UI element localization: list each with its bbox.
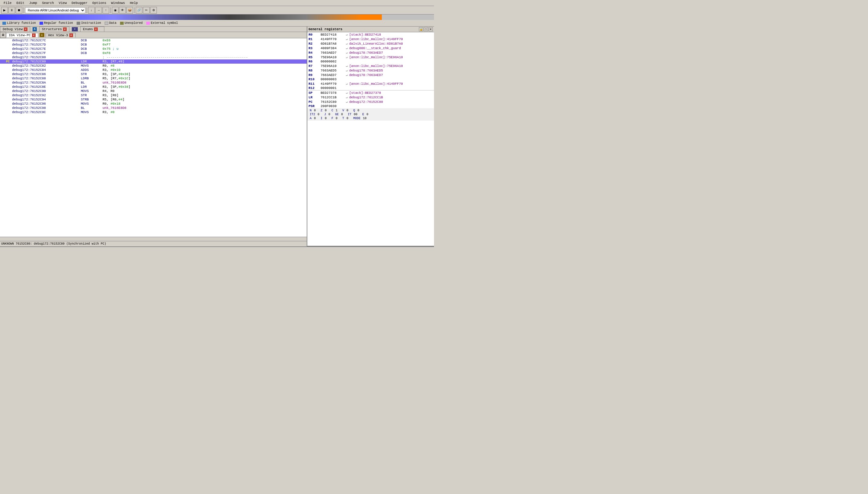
tab-ida-view-label: IDA View-PC bbox=[9, 34, 31, 37]
reg-row-r7[interactable]: R7 75E96A10 ↵ [anon:libc_malloc]:75E96A1… bbox=[307, 64, 434, 68]
ida-status-bar: UNKNOWN 76152C80: debug172:76152C80 (Syn… bbox=[0, 241, 307, 246]
legend-regular-color bbox=[39, 22, 43, 25]
flags-area: N0 Z0 C1 V0 Q0 IT20 J0 GE0 IT00 E0 A0 I0… bbox=[307, 108, 434, 121]
menu-view[interactable]: View bbox=[56, 1, 69, 5]
menu-options[interactable]: Options bbox=[90, 1, 109, 5]
ida-row-2[interactable]: debug172:76152C7E DCB 0x75 ; u bbox=[0, 47, 307, 51]
legend-library: Library function bbox=[2, 21, 36, 25]
step-out-btn[interactable]: ↑ bbox=[102, 7, 109, 14]
tab-hex-view3-label: Hex View-3 bbox=[48, 34, 68, 37]
main-area: Debug View ✕ A Structures ✕ ≡ Enums ✕ 🖥 … bbox=[0, 26, 434, 246]
debug-selector[interactable]: Remote ARM Linux/Android debugger bbox=[25, 7, 85, 13]
tab-debug-view[interactable]: Debug View ✕ bbox=[0, 26, 30, 32]
reg-row-sp[interactable]: SP BED27378 ↵ [stack]:BED27378 bbox=[307, 91, 434, 95]
step-into-btn[interactable]: ↓ bbox=[88, 7, 95, 14]
reg-row-r10[interactable]: R10 00000003 bbox=[307, 77, 434, 81]
legend-regular-label: Regular function bbox=[44, 21, 73, 25]
left-panel: Debug View ✕ A Structures ✕ ≡ Enums ✕ 🖥 … bbox=[0, 26, 307, 246]
ida-row-8[interactable]: debug172:76152C88 LDRB R5, [R7,#0x1C] bbox=[0, 76, 307, 80]
bottom-area: H Hex View-1 🔒 □ ✕ 7699C5D0 54 20 74 4E … bbox=[0, 246, 434, 247]
reg-row-r5[interactable]: R5 75E96A10 ↵ [anon:libc_malloc]:75E96A1… bbox=[307, 55, 434, 59]
reg-row-r9[interactable]: R9 7663AED7 ↵ debug178:7663AED7 bbox=[307, 73, 434, 77]
legend-external-label: External symbol bbox=[151, 21, 178, 25]
progress-bar-area bbox=[0, 15, 434, 20]
ida-row-current[interactable]: PC debug172:76152C80 LDR R3, [R7,#8] bbox=[0, 59, 307, 64]
modules-btn[interactable]: 📦 bbox=[127, 7, 133, 14]
reg-row-r12[interactable]: R12 00000001 bbox=[307, 86, 434, 90]
toolbar-sep2 bbox=[86, 7, 87, 13]
reg-row-r4[interactable]: R4 7663AED7 ↵ debug178:7663AED7 bbox=[307, 50, 434, 55]
ida-row-6[interactable]: debug172:76152C84 ADDS R3, #0x10 bbox=[0, 68, 307, 72]
ida-scrollbar-h[interactable] bbox=[0, 237, 307, 241]
menu-help[interactable]: Help bbox=[127, 1, 140, 5]
ida-row-13[interactable]: debug172:76152C94 STRB R5, [R0,#4] bbox=[0, 97, 307, 102]
tab-hex-view3-close[interactable]: ✕ bbox=[70, 34, 73, 37]
ida-row-11[interactable]: debug172:76152C90 MOVS R4, R0 bbox=[0, 89, 307, 93]
reg-row-psr[interactable]: PSR 200F0030 bbox=[307, 104, 434, 108]
progress-bar-right bbox=[382, 15, 434, 20]
menu-file[interactable]: File bbox=[1, 1, 14, 5]
tab-ida-view[interactable]: IDA View-PC ✕ bbox=[6, 33, 38, 37]
ida-row-5[interactable]: debug172:76152C82 MOVS R0, #8 bbox=[0, 64, 307, 68]
reg-row-r8[interactable]: R8 7663AED5 ↵ debug178:7663AED5 bbox=[307, 68, 434, 73]
legend-instruction-label: Instruction bbox=[81, 21, 101, 25]
ida-row-3[interactable]: debug172:76152C7F DCB 0xF8 bbox=[0, 51, 307, 55]
legend-unexplored-label: Unexplored bbox=[124, 21, 143, 25]
reg-row-r6[interactable]: R6 00000002 bbox=[307, 59, 434, 64]
menu-search[interactable]: Search bbox=[39, 1, 56, 5]
tab-structures[interactable]: Structures ✕ bbox=[39, 26, 70, 32]
tab-ida-view-close[interactable]: ✕ bbox=[32, 34, 36, 37]
ida-view-icon[interactable]: 🖥 bbox=[0, 32, 6, 38]
breakpoint-btn[interactable]: ◉ bbox=[112, 7, 118, 14]
tab-hex-view3[interactable]: Hex View-3 ✕ bbox=[45, 33, 76, 37]
tab-debug-view-close[interactable]: ✕ bbox=[24, 27, 27, 31]
tab-enums[interactable]: Enums ✕ bbox=[80, 26, 104, 32]
detach-btn[interactable]: ✂ bbox=[143, 7, 150, 14]
legend-data-label: Data bbox=[109, 21, 116, 25]
ida-row-12[interactable]: debug172:76152C92 STR R3, [R0] bbox=[0, 93, 307, 97]
menu-windows[interactable]: Windows bbox=[109, 1, 127, 5]
legend-library-label: Library function bbox=[7, 21, 36, 25]
watch-btn[interactable]: 👁 bbox=[119, 7, 126, 14]
reg-row-r2[interactable]: R2 6D81B7A8 ↵ dalvik_LinearAlloc:6D81B7A… bbox=[307, 41, 434, 46]
threads-btn[interactable]: ⚙ bbox=[150, 7, 157, 14]
reg-panel-close[interactable]: ✕ bbox=[428, 27, 433, 31]
reg-row-lr[interactable]: LR 7612CC1B ↵ debug172:7612CC1B bbox=[307, 95, 434, 99]
reg-row-r0[interactable]: R0 BED27418 ↵ [stack]:BED27418 bbox=[307, 32, 434, 37]
ida-row-16[interactable]: debug172:76152C9C MOVS R3, #0 bbox=[0, 110, 307, 114]
reg-panel-lock[interactable]: 🔒 bbox=[419, 27, 423, 31]
legend-regular: Regular function bbox=[39, 21, 73, 25]
hex-view3-icon-container: H bbox=[38, 33, 45, 37]
ida-status-text: UNKNOWN 76152C80: debug172:76152C80 (Syn… bbox=[1, 242, 106, 246]
legend-instruction-color bbox=[77, 22, 80, 25]
ida-row-14[interactable]: debug172:76152C96 MOVS R0, #0x18 bbox=[0, 102, 307, 106]
stop-btn[interactable]: ⏹ bbox=[16, 7, 22, 14]
ida-row-7[interactable]: debug172:76152C86 STR R3, [SP,#0x38] bbox=[0, 72, 307, 76]
pause-btn[interactable]: ⏸ bbox=[8, 7, 15, 14]
tab-enums-label: Enums bbox=[83, 27, 93, 31]
legend-instruction: Instruction bbox=[77, 21, 101, 25]
reg-panel-restore[interactable]: □ bbox=[424, 27, 428, 31]
ida-row-1[interactable]: debug172:76152C7D DCB 0xF7 bbox=[0, 42, 307, 47]
menu-debugger[interactable]: Debugger bbox=[69, 1, 90, 5]
ida-row-9[interactable]: debug172:76152C8A BL unk_7616E8D8 bbox=[0, 80, 307, 85]
ida-row-sep: debug172:76152C80 ; --------------------… bbox=[0, 55, 307, 59]
reg-row-r3[interactable]: R3 4009F384 ↵ debug086:__stack_chk_guard bbox=[307, 46, 434, 50]
reg-row-r11[interactable]: R11 4149FF70 ↵ [anon:libc_malloc]:4149FF… bbox=[307, 81, 434, 86]
attach-btn[interactable]: 🔗 bbox=[136, 7, 142, 14]
run-btn[interactable]: ▶ bbox=[1, 7, 8, 14]
step-over-btn[interactable]: → bbox=[95, 7, 102, 14]
reg-row-r1[interactable]: R1 4149FF70 ↵ [anon:libc_malloc]:4149FF7… bbox=[307, 37, 434, 41]
ida-row-10[interactable]: debug172:76152C8E LDR R3, [SP,#0x38] bbox=[0, 85, 307, 89]
menu-jump[interactable]: Jump bbox=[27, 1, 39, 5]
second-tab-bar: 🖥 IDA View-PC ✕ H Hex View-3 ✕ bbox=[0, 32, 307, 38]
menu-edit[interactable]: Edit bbox=[14, 1, 26, 5]
tab-structures-close[interactable]: ✕ bbox=[63, 27, 67, 31]
tab-enums-close[interactable]: ✕ bbox=[94, 27, 98, 31]
top-tab-bar: Debug View ✕ A Structures ✕ ≡ Enums ✕ bbox=[0, 26, 307, 32]
ida-view-content[interactable]: debug172:76152C7C DCB 0xE6 debug172:7615… bbox=[0, 38, 307, 237]
reg-panel-title: General registers bbox=[309, 27, 342, 31]
ida-row-0[interactable]: debug172:76152C7C DCB 0xE6 bbox=[0, 38, 307, 42]
ida-row-15[interactable]: debug172:76152C98 BL unk_7616E8D8 bbox=[0, 106, 307, 110]
reg-row-pc[interactable]: PC 76152C80 ↵ debug172:76152C80 bbox=[307, 99, 434, 104]
